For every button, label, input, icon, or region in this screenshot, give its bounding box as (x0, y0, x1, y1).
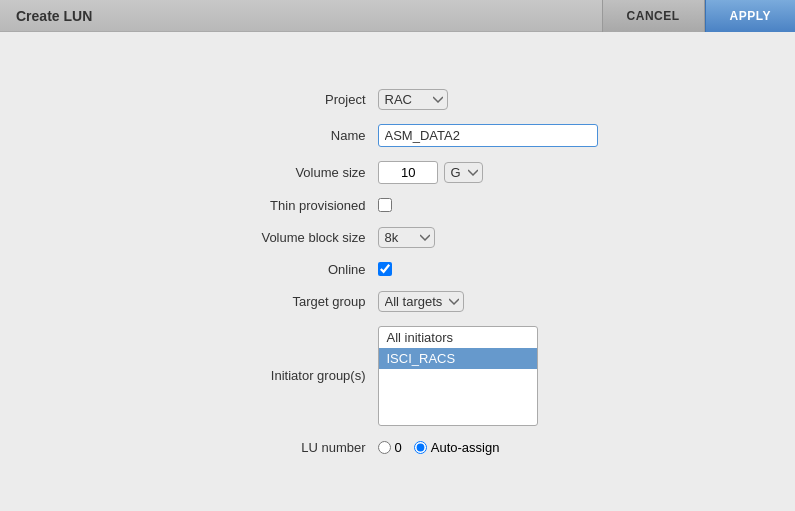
lu-number-label: LU number (198, 440, 378, 455)
lu-number-auto-label: Auto-assign (431, 440, 500, 455)
thin-provisioned-control (378, 198, 598, 212)
initiator-groups-control: All initiators ISCI_RACS (378, 326, 598, 426)
project-control: RAC Default Other (378, 89, 598, 110)
project-select[interactable]: RAC Default Other (378, 89, 448, 110)
thin-provisioned-checkbox[interactable] (378, 198, 392, 212)
lu-number-manual-option[interactable]: 0 (378, 440, 402, 455)
volume-size-unit-select[interactable]: G M T (444, 162, 483, 183)
lu-number-auto-option[interactable]: Auto-assign (414, 440, 500, 455)
online-label: Online (198, 262, 378, 277)
dialog-title: Create LUN (16, 8, 92, 24)
apply-button[interactable]: APPLY (705, 0, 795, 32)
lu-number-manual-radio[interactable] (378, 441, 391, 454)
list-item[interactable]: ISCI_RACS (379, 348, 537, 369)
titlebar: Create LUN CANCEL APPLY (0, 0, 795, 32)
create-lun-dialog: Create LUN CANCEL APPLY Project RAC Defa… (0, 0, 795, 511)
target-group-select[interactable]: All targets None (378, 291, 464, 312)
initiator-groups-listbox[interactable]: All initiators ISCI_RACS (378, 326, 538, 426)
online-checkbox[interactable] (378, 262, 392, 276)
name-label: Name (198, 128, 378, 143)
initiator-groups-label: Initiator group(s) (198, 368, 378, 383)
volume-block-size-label: Volume block size (198, 230, 378, 245)
form-table: Project RAC Default Other Name Volume si… (198, 89, 598, 455)
cancel-button[interactable]: CANCEL (602, 0, 705, 32)
project-label: Project (198, 92, 378, 107)
online-control (378, 262, 598, 276)
volume-size-control: G M T (378, 161, 598, 184)
name-input[interactable] (378, 124, 598, 147)
lu-number-auto-radio[interactable] (414, 441, 427, 454)
volume-size-input[interactable] (378, 161, 438, 184)
list-item[interactable]: All initiators (379, 327, 537, 348)
titlebar-buttons: CANCEL APPLY (602, 0, 795, 31)
lu-number-control: 0 Auto-assign (378, 440, 598, 455)
target-group-label: Target group (198, 294, 378, 309)
name-control (378, 124, 598, 147)
target-group-control: All targets None (378, 291, 598, 312)
volume-block-size-select[interactable]: 8k 4k 16k 32k 64k 128k (378, 227, 435, 248)
form-body: Project RAC Default Other Name Volume si… (0, 32, 795, 511)
thin-provisioned-label: Thin provisioned (198, 198, 378, 213)
volume-block-size-control: 8k 4k 16k 32k 64k 128k (378, 227, 598, 248)
lu-number-manual-label: 0 (395, 440, 402, 455)
volume-size-label: Volume size (198, 165, 378, 180)
